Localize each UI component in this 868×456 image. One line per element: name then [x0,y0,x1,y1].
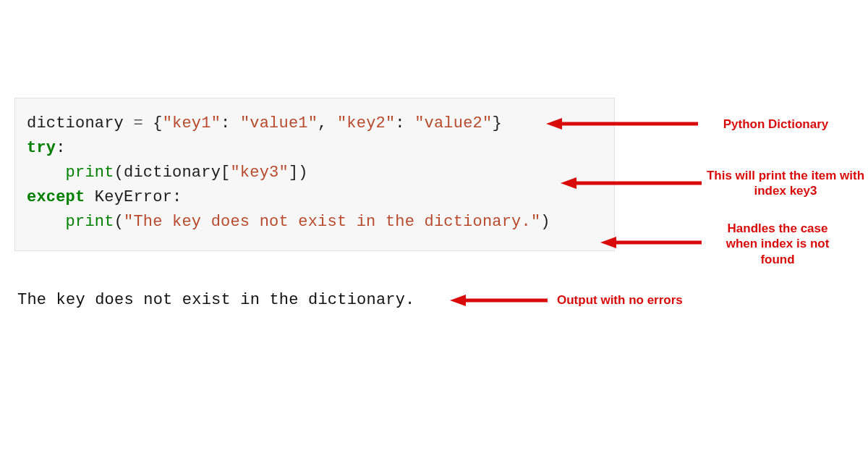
token-var: dictionary [27,114,124,132]
code-line-3: print(dictionary["key3"]) [27,161,603,185]
arrow-icon [600,232,705,253]
annotation-dict: Python Dictionary [712,117,839,132]
token-val1: "value1" [240,114,318,132]
code-block: dictionary = {"key1": "value1", "key2": … [14,98,615,251]
svg-marker-1 [546,118,562,130]
token-close-paren: ) [298,164,307,182]
annotation-output: Output with no errors [557,292,709,308]
svg-marker-5 [600,237,616,248]
token-except: except [27,188,85,206]
token-colon2: : [395,114,414,132]
annotation-except: Handles the case when index is not found [712,221,843,267]
token-keyerror: KeyError [95,188,172,206]
token-dict: dictionary [124,164,221,182]
code-line-2: try: [27,136,603,161]
token-colon: : [56,139,65,157]
token-indent [27,164,66,182]
token-key1: "key1" [163,114,221,132]
token-open-brace: { [153,114,162,132]
output-text: The key does not exist in the dictionary… [17,291,415,309]
token-eq: = [124,114,153,132]
token-key2: "key2" [337,114,395,132]
token-key3: "key3" [230,164,288,182]
token-val2: "value2" [414,114,492,132]
token-open-bracket: [ [221,164,230,182]
token-comma: , [318,114,337,132]
arrow-icon [546,113,705,135]
token-open-paren: ( [114,164,124,182]
arrow-icon [561,172,705,194]
token-print2: print [66,213,114,231]
arrow-icon [450,290,551,311]
token-open-paren2: ( [114,213,124,231]
token-colon1: : [221,114,240,132]
token-msg: "The key does not exist in the dictionar… [124,213,540,231]
token-print: print [66,164,114,182]
token-indent2 [27,213,66,231]
token-close-brace: } [492,114,501,132]
svg-marker-3 [561,177,576,189]
code-line-4: except KeyError: [27,185,603,210]
token-close-bracket: ] [289,164,298,182]
token-try: try [27,139,56,157]
code-line-5: print("The key does not exist in the dic… [27,210,603,235]
token-space [85,188,94,206]
annotation-try: This will print the item with index key3 [706,168,865,199]
code-line-1: dictionary = {"key1": "value1", "key2": … [27,111,603,136]
svg-marker-7 [450,295,466,306]
token-colon2: : [172,188,182,206]
token-close-paren2: ) [540,213,550,231]
